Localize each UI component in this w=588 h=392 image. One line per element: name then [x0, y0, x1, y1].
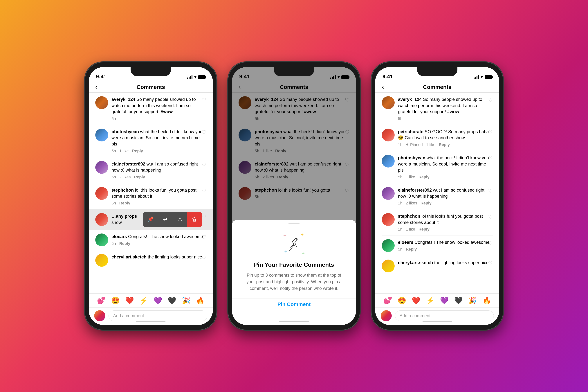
emoji-3[interactable]: ❤️	[412, 296, 420, 304]
emoji-2[interactable]: 😍	[398, 296, 406, 304]
comment-content: elaineforster892 wut I am so confused ri…	[398, 187, 493, 206]
pin-action-button[interactable]: 📌	[143, 212, 158, 227]
comment-item: averyk_124 So many people showed up to w…	[375, 92, 499, 125]
user-avatar-3	[381, 310, 392, 321]
signal-icon-1	[187, 75, 192, 79]
comment-item: eloears Congrats!! The show looked aweso…	[375, 236, 499, 256]
comment-text: stephchon lol this looks fun! you gotta …	[111, 187, 206, 199]
back-button-1[interactable]: ‹	[95, 83, 97, 91]
comment-content: eloears Congrats!! The show looked aweso…	[398, 239, 493, 252]
comments-list-3: averyk_124 So many people showed up to w…	[375, 92, 499, 293]
heart-icon[interactable]: ♡	[488, 129, 493, 136]
comment-input-3[interactable]: Add a comment...	[395, 310, 494, 321]
delete-action-button[interactable]: 🗑	[187, 212, 202, 227]
comment-text: eloears Congrats!! The show looked aweso…	[398, 239, 493, 246]
comment-meta: 5h	[398, 116, 493, 121]
emoji-8[interactable]: 🔥	[482, 296, 491, 304]
heart-icon[interactable]: ♡	[202, 162, 206, 168]
avatar	[382, 187, 395, 200]
heart-icon[interactable]: ♡	[202, 188, 206, 194]
home-indicator-3	[423, 321, 452, 322]
comment-content: elaineforster892 wut I am so confused ri…	[111, 161, 206, 180]
pin-sheet-description: Pin up to 3 comments to show them at the…	[232, 272, 356, 292]
wifi-icon-3: ▾	[481, 75, 483, 80]
svg-line-0	[289, 248, 292, 251]
emoji-5[interactable]: 💜	[440, 296, 449, 304]
phone-1: 9:41 ▾ ‹ Comments	[85, 62, 217, 330]
emoji-4[interactable]: ⚡	[426, 296, 435, 304]
emoji-2[interactable]: 😍	[111, 296, 120, 304]
comment-item: cheryl.art.sketch the lighting looks sup…	[375, 256, 499, 276]
emoji-1[interactable]: 💕	[383, 296, 392, 304]
comment-action-bar: 📌 ↩ ⚠ 🗑	[143, 212, 202, 227]
sparkle-icon-4: ✦	[301, 251, 305, 256]
battery-icon-1	[198, 75, 205, 79]
emoji-4[interactable]: ⚡	[139, 296, 148, 304]
home-indicator-1	[136, 321, 165, 322]
comment-content: photosbyean what the heck! I didn't know…	[111, 128, 206, 154]
comments-list-1: averyk_124 So many people showed up to w…	[89, 92, 213, 293]
comment-text: elaineforster892 wut I am so confused ri…	[398, 187, 493, 199]
emoji-bar-3: 💕 😍 ❤️ ⚡ 💜 🖤 🎉 🔥	[375, 293, 499, 308]
comment-content: averyk_124 So many people showed up to w…	[398, 96, 493, 121]
avatar	[95, 234, 108, 246]
heart-icon[interactable]: ♡	[202, 129, 206, 136]
emoji-6[interactable]: 🖤	[454, 296, 463, 304]
comment-text: petrichorate SO GOOD! So many props haha…	[398, 128, 493, 141]
avatar	[382, 239, 395, 252]
comment-item: photosbyean what the heck! I didn't know…	[89, 125, 213, 157]
comment-content: averyk_124 So many people showed up to w…	[111, 96, 206, 121]
comment-text: eloears Congrats!! The show looked aweso…	[111, 234, 206, 240]
comment-content: cheryl.art.sketch the lighting looks sup…	[398, 260, 493, 266]
back-button-3[interactable]: ‹	[382, 83, 384, 91]
comment-text: photosbyean what the heck! I didn't know…	[111, 128, 206, 147]
status-time-1: 9:41	[96, 74, 106, 80]
sheet-handle	[288, 223, 300, 224]
heart-icon[interactable]: ♡	[488, 260, 493, 266]
emoji-1[interactable]: 💕	[97, 296, 106, 304]
pin-comment-button[interactable]: Pin Comment	[275, 298, 313, 310]
wifi-icon-1: ▾	[194, 75, 196, 80]
comment-item: cheryl.art.sketch the lighting looks sup…	[89, 250, 213, 270]
comment-text: averyk_124 So many people showed up to w…	[111, 96, 206, 115]
comment-item: photosbyean what the heck! I didn't know…	[375, 151, 499, 183]
comment-meta: 5h Reply	[111, 241, 206, 246]
reply-action-button[interactable]: ↩	[158, 212, 172, 227]
comment-meta: 5h 1 like Reply	[398, 175, 493, 180]
heart-icon[interactable]: ♡	[202, 234, 206, 240]
phone-3-notch	[417, 67, 458, 76]
avatar	[382, 213, 395, 226]
comment-content: eloears Congrats!! The show looked aweso…	[111, 234, 206, 246]
pin-svg-icon	[286, 236, 302, 252]
phone-1-notch	[130, 67, 171, 76]
heart-icon[interactable]: ♡	[488, 240, 493, 246]
avatar	[95, 96, 108, 109]
emoji-3[interactable]: ❤️	[125, 296, 134, 304]
heart-icon[interactable]: ♡	[202, 97, 206, 103]
status-icons-3: ▾	[474, 75, 492, 80]
status-time-3: 9:41	[383, 74, 393, 80]
heart-icon[interactable]: ♡	[488, 97, 493, 103]
heart-icon[interactable]: ♡	[488, 214, 493, 220]
sparkle-icon-1: ✦	[283, 233, 287, 238]
comment-meta: 5h	[111, 116, 206, 121]
comment-meta: 1h 1 like Reply	[398, 227, 493, 232]
emoji-7[interactable]: 🎉	[468, 296, 477, 304]
heart-icon[interactable]: ♡	[488, 188, 493, 194]
emoji-5[interactable]: 💜	[153, 296, 162, 304]
phone-3-screen: 9:41 ▾ ‹ Comments	[375, 67, 499, 325]
comment-text: averyk_124 So many people showed up to w…	[398, 96, 493, 115]
report-action-button[interactable]: ⚠	[172, 212, 187, 227]
heart-icon[interactable]: ♡	[488, 156, 493, 162]
emoji-7[interactable]: 🎉	[182, 296, 190, 304]
comment-content: stephchon lol this looks fun! you gotta …	[398, 213, 493, 232]
comments-title-3: Comments	[423, 84, 451, 90]
comment-meta: 1h Pinned 1 like Reply	[398, 142, 493, 147]
emoji-8[interactable]: 🔥	[196, 296, 205, 304]
heart-icon[interactable]: ♡	[202, 254, 206, 261]
comment-item: stephchon lol this looks fun! you gotta …	[375, 210, 499, 235]
emoji-6[interactable]: 🖤	[168, 296, 176, 304]
home-indicator-2	[279, 321, 309, 322]
comment-input-1[interactable]: Add a comment...	[108, 310, 207, 321]
heart-icon[interactable]: ♡	[202, 214, 206, 220]
